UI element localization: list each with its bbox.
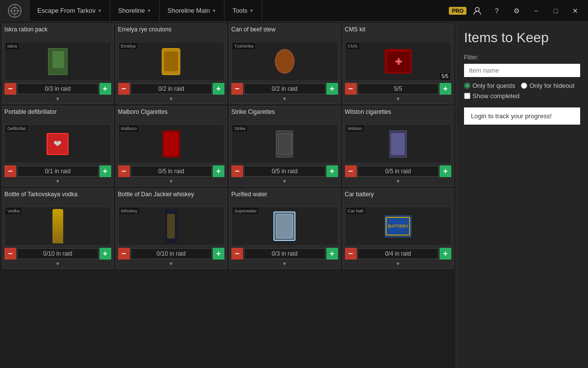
expand-icon[interactable]: ▼ bbox=[345, 261, 452, 266]
item-controls: − 0/5 in raid + bbox=[118, 165, 225, 177]
raid-count: 0/5 in raid bbox=[244, 166, 325, 177]
item-card-beefstew: Can of beef stew Tushenka − 0/2 in raid … bbox=[229, 24, 341, 104]
chevron-down-icon: ▼ bbox=[98, 8, 102, 13]
item-card-title: Bottle of Tarkovskaya vodka bbox=[4, 191, 111, 205]
expand-icon[interactable]: ▼ bbox=[118, 96, 225, 102]
increment-button[interactable]: + bbox=[99, 165, 111, 177]
nav-tab-eft-label: Escape From Tarkov bbox=[37, 7, 96, 14]
item-label: CMS bbox=[346, 43, 359, 49]
item-controls: − 0/4 in raid + bbox=[345, 248, 452, 260]
increment-button[interactable]: + bbox=[440, 248, 451, 260]
increment-button[interactable]: + bbox=[213, 165, 224, 177]
decrement-button[interactable]: − bbox=[118, 165, 130, 177]
settings-icon[interactable]: ⚙ bbox=[508, 0, 525, 22]
increment-button[interactable]: + bbox=[213, 248, 224, 260]
expand-icon[interactable]: ▼ bbox=[231, 179, 338, 184]
item-card-whiskey: Bottle of Dan Jackiel whiskey Whiskey − … bbox=[116, 188, 227, 269]
show-completed-checkbox[interactable] bbox=[464, 93, 470, 99]
radio-quests[interactable]: Only for quests bbox=[464, 82, 515, 89]
app-logo bbox=[0, 0, 29, 22]
decrement-button[interactable]: − bbox=[4, 83, 16, 95]
expand-icon[interactable]: ▼ bbox=[4, 179, 111, 184]
item-card-malboro: Malboro Cigarettes Malboro − 0/5 in raid… bbox=[116, 106, 227, 186]
increment-button[interactable]: + bbox=[440, 83, 451, 95]
decrement-button[interactable]: − bbox=[231, 165, 243, 177]
item-label: Malboro bbox=[120, 126, 139, 131]
item-card-title: Wilston cigarettes bbox=[345, 108, 452, 122]
increment-button[interactable]: + bbox=[440, 165, 451, 177]
increment-button[interactable]: + bbox=[326, 165, 338, 177]
item-label: Emelya bbox=[120, 43, 137, 49]
expand-icon[interactable]: ▼ bbox=[231, 261, 338, 266]
radio-quests-input[interactable] bbox=[464, 82, 470, 89]
decrement-button[interactable]: − bbox=[345, 248, 357, 260]
raid-count: 0/3 in raid bbox=[17, 83, 98, 94]
user-icon[interactable] bbox=[468, 0, 486, 22]
expand-icon[interactable]: ▼ bbox=[4, 261, 111, 266]
item-card-wilston: Wilston cigarettes Wilston − 0/5 in raid… bbox=[343, 106, 454, 186]
expand-icon[interactable]: ▼ bbox=[118, 179, 225, 184]
show-completed-checkbox-label[interactable]: Show completed bbox=[464, 92, 580, 100]
nav-tab-shoreline-main[interactable]: Shoreline Main ▼ bbox=[160, 0, 225, 22]
item-image-area: Defibrillat ❤ bbox=[4, 124, 111, 163]
sidebar-title: Items to Keep bbox=[464, 29, 580, 46]
decrement-button[interactable]: − bbox=[4, 165, 16, 177]
item-label: Strike bbox=[233, 126, 247, 131]
expand-icon[interactable]: ▼ bbox=[345, 179, 452, 184]
raid-count: 0/10 in raid bbox=[131, 248, 212, 259]
item-card-title: Strike Cigarettes bbox=[231, 108, 338, 122]
item-image-area: Emelya bbox=[118, 42, 225, 81]
decrement-button[interactable]: − bbox=[118, 248, 130, 260]
pro-badge[interactable]: PRO bbox=[449, 7, 466, 15]
raid-count: 0/10 in raid bbox=[17, 248, 98, 259]
decrement-button[interactable]: − bbox=[345, 165, 357, 177]
item-card-title: Car battery bbox=[345, 191, 452, 205]
increment-button[interactable]: + bbox=[213, 83, 224, 95]
radio-hideout-label: Only for hideout bbox=[529, 82, 574, 89]
login-button[interactable]: Login to track your progress! bbox=[464, 107, 580, 125]
item-label: Whiskey bbox=[120, 208, 139, 214]
minimize-button[interactable]: − bbox=[527, 0, 545, 22]
chevron-down-icon: ▼ bbox=[249, 8, 254, 13]
item-card-battery: Car battery Car batt BATTERY − 0/4 in ra… bbox=[343, 188, 454, 269]
decrement-button[interactable]: − bbox=[231, 83, 243, 95]
expand-icon[interactable]: ▼ bbox=[345, 96, 452, 102]
decrement-button[interactable]: − bbox=[345, 83, 357, 95]
item-image-area: Malboro bbox=[118, 124, 225, 163]
help-button[interactable]: ? bbox=[488, 0, 506, 22]
increment-button[interactable]: + bbox=[326, 83, 338, 95]
decrement-button[interactable]: − bbox=[4, 248, 16, 260]
increment-button[interactable]: + bbox=[326, 248, 338, 260]
increment-button[interactable]: + bbox=[99, 248, 111, 260]
nav-tab-tools[interactable]: Tools ▼ bbox=[224, 0, 262, 22]
nav-tab-shoreline[interactable]: Shoreline ▼ bbox=[110, 0, 160, 22]
maximize-button[interactable]: □ bbox=[547, 0, 564, 22]
item-card-defib: Portable defibrillator Defibrillat ❤ − 0… bbox=[2, 106, 114, 186]
expand-icon[interactable]: ▼ bbox=[4, 96, 111, 102]
nav-tab-eft[interactable]: Escape From Tarkov ▼ bbox=[29, 0, 110, 22]
expand-icon[interactable]: ▼ bbox=[231, 96, 338, 102]
radio-hideout[interactable]: Only for hideout bbox=[521, 82, 574, 89]
chevron-down-icon: ▼ bbox=[212, 8, 216, 13]
raid-count: 0/3 in raid bbox=[244, 248, 325, 259]
filter-radio-group: Only for quests Only for hideout bbox=[464, 82, 580, 89]
filter-input[interactable] bbox=[464, 64, 580, 77]
radio-hideout-input[interactable] bbox=[521, 82, 527, 89]
svg-point-4 bbox=[475, 7, 479, 11]
decrement-button[interactable]: − bbox=[231, 248, 243, 260]
increment-button[interactable]: + bbox=[99, 83, 111, 95]
decrement-button[interactable]: − bbox=[118, 83, 130, 95]
item-image-area: CMS ✚ 5/5 bbox=[345, 42, 452, 81]
item-image-area: Car batt BATTERY bbox=[345, 207, 452, 246]
item-image-area: Vodka bbox=[4, 207, 111, 246]
raid-count: 0/2 in raid bbox=[244, 83, 325, 94]
item-card-water: Purified water Superwater − 0/3 in raid … bbox=[229, 188, 341, 269]
raid-count: 0/2 in raid bbox=[131, 83, 212, 94]
main-layout: Iskra ration pack Iskra − 0/3 in raid + … bbox=[0, 22, 588, 368]
item-card-title: Iskra ration pack bbox=[4, 26, 111, 40]
item-card-strike: Strike Cigarettes Strike − 0/5 in raid +… bbox=[229, 106, 341, 186]
expand-icon[interactable]: ▼ bbox=[118, 261, 225, 266]
item-card-title: Purified water bbox=[231, 191, 338, 205]
item-controls: − 0/5 in raid + bbox=[231, 165, 338, 177]
close-button[interactable]: ✕ bbox=[566, 0, 584, 22]
